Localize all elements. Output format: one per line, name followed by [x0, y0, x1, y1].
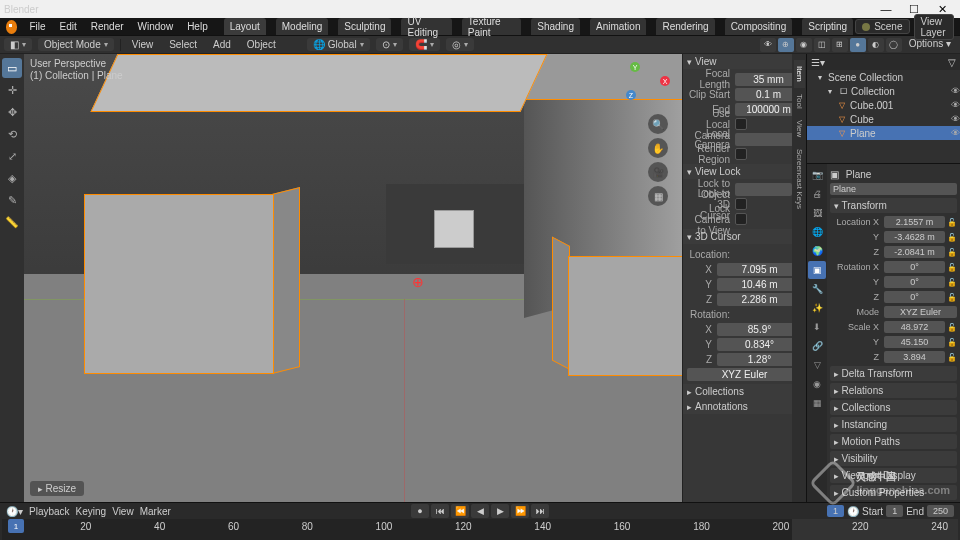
scale-y-field[interactable]: 45.150 — [884, 336, 945, 348]
object-visibility-icon[interactable]: 👁 — [760, 38, 776, 52]
lock-icon[interactable]: 🔓 — [947, 218, 957, 227]
workspace-compositing[interactable]: Compositing — [725, 18, 793, 35]
viewlock-section-header[interactable]: ▾ View Lock — [683, 164, 806, 179]
outliner-type-icon[interactable]: ☰▾ — [811, 57, 825, 68]
timeline-playback[interactable]: Playback — [29, 506, 70, 517]
workspace-shading[interactable]: Shading — [531, 18, 580, 35]
visibility-icon[interactable]: 👁 — [951, 86, 960, 96]
scene-selector[interactable]: Scene — [855, 19, 909, 34]
workspace-rendering[interactable]: Rendering — [656, 18, 714, 35]
viewport-3d[interactable]: ⊕ User Perspective (1) Collection | Plan… — [24, 54, 682, 502]
ptab-particles[interactable]: ✨ — [808, 299, 826, 317]
lock-icon[interactable]: 🔓 — [947, 353, 957, 362]
local-camera-checkbox[interactable] — [735, 118, 747, 130]
ptab-data[interactable]: ▽ — [808, 356, 826, 374]
viewport-display-header[interactable]: ▸ Viewport Display — [830, 468, 957, 483]
visibility-icon[interactable]: 👁 — [951, 114, 960, 124]
lock-icon[interactable]: 🔓 — [947, 323, 957, 332]
visibility-icon[interactable]: 👁 — [951, 128, 960, 138]
select-tool[interactable]: ▭ — [2, 58, 22, 78]
ptab-viewlayer[interactable]: 🖼 — [808, 204, 826, 222]
cursor-y-field[interactable]: 10.46 m — [717, 278, 802, 291]
lock-icon[interactable]: 🔓 — [947, 248, 957, 257]
cursor-tool[interactable]: ✛ — [2, 80, 22, 100]
custom-props-header[interactable]: ▸ Custom Properties — [830, 485, 957, 500]
ptab-physics[interactable]: ⬇ — [808, 318, 826, 336]
loc-y-field[interactable]: -3.4628 m — [884, 231, 945, 243]
timeline-track[interactable]: 020406080100120140160180200220240 1 — [2, 519, 958, 540]
cursor-rotmode-field[interactable]: XYZ Euler — [687, 368, 802, 381]
workspace-sculpting[interactable]: Sculpting — [338, 18, 391, 35]
menu-help[interactable]: Help — [181, 18, 214, 35]
menu-view[interactable]: View — [127, 39, 159, 50]
collections-section-header[interactable]: ▸ Collections — [683, 384, 806, 399]
ptab-constraints[interactable]: 🔗 — [808, 337, 826, 355]
ntab-item[interactable]: Item — [794, 60, 805, 88]
workspace-animation[interactable]: Animation — [590, 18, 646, 35]
scale-z-field[interactable]: 3.894 — [884, 351, 945, 363]
rot-y-field[interactable]: 0° — [884, 276, 945, 288]
gizmo-y-icon[interactable]: Y — [630, 62, 640, 72]
transform-header[interactable]: ▾ Transform — [830, 198, 957, 213]
lock-camera-checkbox[interactable] — [735, 213, 747, 225]
ptab-object[interactable]: ▣ — [808, 261, 826, 279]
play-button[interactable]: ▶ — [491, 504, 509, 518]
preview-toggle-icon[interactable]: 🕐 — [847, 506, 859, 517]
cursor-z-field[interactable]: 2.286 m — [717, 293, 802, 306]
collections-header[interactable]: ▸ Collections — [830, 400, 957, 415]
cursor-rx-field[interactable]: 85.9° — [717, 323, 802, 336]
menu-window[interactable]: Window — [132, 18, 180, 35]
menu-render[interactable]: Render — [85, 18, 130, 35]
transform-tool[interactable]: ◈ — [2, 168, 22, 188]
timeline-type-icon[interactable]: 🕐▾ — [6, 506, 23, 517]
rot-z-field[interactable]: 0° — [884, 291, 945, 303]
next-key-button[interactable]: ⏩ — [511, 504, 529, 518]
outliner-scene-collection[interactable]: ▾Scene Collection — [807, 70, 960, 84]
end-frame-field[interactable]: 250 — [927, 505, 954, 517]
cursor-section-header[interactable]: ▾ 3D Cursor — [683, 229, 806, 244]
gizmo-toggle-icon[interactable]: ⊕ — [778, 38, 794, 52]
render-region-checkbox[interactable] — [735, 148, 747, 160]
timeline-view[interactable]: View — [112, 506, 134, 517]
annotate-tool[interactable]: ✎ — [2, 190, 22, 210]
viewlayer-selector[interactable]: View Layer — [914, 14, 955, 40]
menu-add[interactable]: Add — [208, 39, 236, 50]
jump-start-button[interactable]: ⏮ — [431, 504, 449, 518]
workspace-layout[interactable]: Layout — [224, 18, 266, 35]
visibility-icon[interactable]: 👁 — [951, 100, 960, 110]
snap-toggle[interactable]: 🧲▾ — [409, 38, 440, 51]
measure-tool[interactable]: 📏 — [2, 212, 22, 232]
overlay-toggle-icon[interactable]: ◉ — [796, 38, 812, 52]
options-dropdown[interactable]: Options ▾ — [904, 38, 956, 52]
ptab-material[interactable]: ◉ — [808, 375, 826, 393]
zoom-button[interactable]: 🔍 — [648, 114, 668, 134]
pan-button[interactable]: ✋ — [648, 138, 668, 158]
outliner-cube001[interactable]: ▽Cube.001👁 — [807, 98, 960, 112]
menu-object[interactable]: Object — [242, 39, 281, 50]
ntab-screencast[interactable]: Screencast Keys — [794, 143, 805, 215]
shading-rendered-icon[interactable]: ◯ — [886, 38, 902, 52]
outliner-filter-icon[interactable]: ▽ — [948, 57, 956, 68]
camera-button[interactable]: 🎥 — [648, 162, 668, 182]
persp-toggle-button[interactable]: ▦ — [648, 186, 668, 206]
outliner-collection[interactable]: ▾☐Collection👁 — [807, 84, 960, 98]
rot-x-field[interactable]: 0° — [884, 261, 945, 273]
scale-x-field[interactable]: 48.972 — [884, 321, 945, 333]
loc-z-field[interactable]: -2.0841 m — [884, 246, 945, 258]
pivot-selector[interactable]: ⊙▾ — [376, 38, 403, 51]
timeline-keying[interactable]: Keying — [76, 506, 107, 517]
ptab-world[interactable]: 🌍 — [808, 242, 826, 260]
ptab-output[interactable]: 🖨 — [808, 185, 826, 203]
last-op-panel[interactable]: ▸ Resize — [30, 481, 84, 496]
workspace-scripting[interactable]: Scripting — [802, 18, 853, 35]
editor-type-selector[interactable]: ◧▾ — [4, 38, 32, 51]
cursor-ry-field[interactable]: 0.834° — [717, 338, 802, 351]
prev-key-button[interactable]: ⏪ — [451, 504, 469, 518]
shading-solid-icon[interactable]: ● — [850, 38, 866, 52]
object-name-field[interactable]: Plane — [830, 183, 957, 195]
object-breadcrumb[interactable]: Plane — [846, 169, 872, 180]
nav-gizmo[interactable]: X Y Z — [622, 62, 670, 110]
workspace-modeling[interactable]: Modeling — [276, 18, 329, 35]
outliner-plane[interactable]: ▽Plane👁 — [807, 126, 960, 140]
lock-object-field[interactable] — [735, 183, 792, 196]
